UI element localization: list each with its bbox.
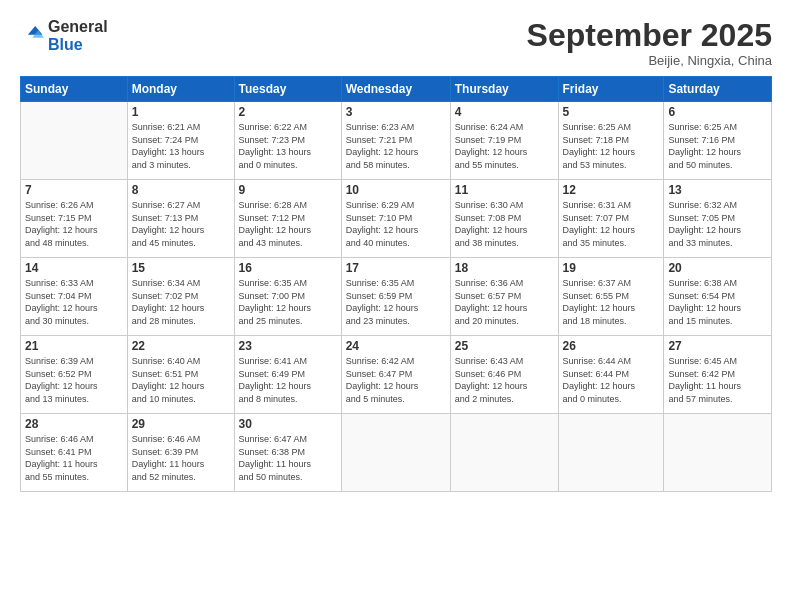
day-cell xyxy=(450,414,558,492)
week-row-1: 1Sunrise: 6:21 AM Sunset: 7:24 PM Daylig… xyxy=(21,102,772,180)
week-row-3: 14Sunrise: 6:33 AM Sunset: 7:04 PM Dayli… xyxy=(21,258,772,336)
day-number: 1 xyxy=(132,105,230,119)
day-info: Sunrise: 6:37 AM Sunset: 6:55 PM Dayligh… xyxy=(563,277,660,327)
header: General Blue September 2025 Beijie, Ning… xyxy=(20,18,772,68)
weekday-friday: Friday xyxy=(558,77,664,102)
day-number: 2 xyxy=(239,105,337,119)
day-info: Sunrise: 6:28 AM Sunset: 7:12 PM Dayligh… xyxy=(239,199,337,249)
day-cell: 1Sunrise: 6:21 AM Sunset: 7:24 PM Daylig… xyxy=(127,102,234,180)
weekday-monday: Monday xyxy=(127,77,234,102)
day-cell: 22Sunrise: 6:40 AM Sunset: 6:51 PM Dayli… xyxy=(127,336,234,414)
day-cell: 29Sunrise: 6:46 AM Sunset: 6:39 PM Dayli… xyxy=(127,414,234,492)
day-cell xyxy=(558,414,664,492)
day-number: 8 xyxy=(132,183,230,197)
day-cell xyxy=(664,414,772,492)
day-cell xyxy=(341,414,450,492)
day-info: Sunrise: 6:30 AM Sunset: 7:08 PM Dayligh… xyxy=(455,199,554,249)
weekday-tuesday: Tuesday xyxy=(234,77,341,102)
day-number: 23 xyxy=(239,339,337,353)
day-info: Sunrise: 6:39 AM Sunset: 6:52 PM Dayligh… xyxy=(25,355,123,405)
day-number: 22 xyxy=(132,339,230,353)
day-number: 17 xyxy=(346,261,446,275)
day-number: 19 xyxy=(563,261,660,275)
day-cell: 10Sunrise: 6:29 AM Sunset: 7:10 PM Dayli… xyxy=(341,180,450,258)
day-info: Sunrise: 6:47 AM Sunset: 6:38 PM Dayligh… xyxy=(239,433,337,483)
week-row-4: 21Sunrise: 6:39 AM Sunset: 6:52 PM Dayli… xyxy=(21,336,772,414)
day-cell xyxy=(21,102,128,180)
day-info: Sunrise: 6:35 AM Sunset: 6:59 PM Dayligh… xyxy=(346,277,446,327)
day-info: Sunrise: 6:22 AM Sunset: 7:23 PM Dayligh… xyxy=(239,121,337,171)
day-cell: 9Sunrise: 6:28 AM Sunset: 7:12 PM Daylig… xyxy=(234,180,341,258)
location-subtitle: Beijie, Ningxia, China xyxy=(527,53,772,68)
day-number: 16 xyxy=(239,261,337,275)
day-info: Sunrise: 6:25 AM Sunset: 7:16 PM Dayligh… xyxy=(668,121,767,171)
day-number: 5 xyxy=(563,105,660,119)
day-cell: 7Sunrise: 6:26 AM Sunset: 7:15 PM Daylig… xyxy=(21,180,128,258)
day-number: 15 xyxy=(132,261,230,275)
weekday-header-row: SundayMondayTuesdayWednesdayThursdayFrid… xyxy=(21,77,772,102)
day-number: 21 xyxy=(25,339,123,353)
day-number: 29 xyxy=(132,417,230,431)
day-info: Sunrise: 6:41 AM Sunset: 6:49 PM Dayligh… xyxy=(239,355,337,405)
day-cell: 27Sunrise: 6:45 AM Sunset: 6:42 PM Dayli… xyxy=(664,336,772,414)
day-info: Sunrise: 6:31 AM Sunset: 7:07 PM Dayligh… xyxy=(563,199,660,249)
day-cell: 20Sunrise: 6:38 AM Sunset: 6:54 PM Dayli… xyxy=(664,258,772,336)
day-cell: 14Sunrise: 6:33 AM Sunset: 7:04 PM Dayli… xyxy=(21,258,128,336)
day-number: 3 xyxy=(346,105,446,119)
day-cell: 24Sunrise: 6:42 AM Sunset: 6:47 PM Dayli… xyxy=(341,336,450,414)
day-cell: 15Sunrise: 6:34 AM Sunset: 7:02 PM Dayli… xyxy=(127,258,234,336)
day-info: Sunrise: 6:40 AM Sunset: 6:51 PM Dayligh… xyxy=(132,355,230,405)
day-number: 13 xyxy=(668,183,767,197)
day-number: 6 xyxy=(668,105,767,119)
day-info: Sunrise: 6:32 AM Sunset: 7:05 PM Dayligh… xyxy=(668,199,767,249)
day-cell: 3Sunrise: 6:23 AM Sunset: 7:21 PM Daylig… xyxy=(341,102,450,180)
calendar-table: SundayMondayTuesdayWednesdayThursdayFrid… xyxy=(20,76,772,492)
day-info: Sunrise: 6:33 AM Sunset: 7:04 PM Dayligh… xyxy=(25,277,123,327)
weekday-wednesday: Wednesday xyxy=(341,77,450,102)
day-number: 18 xyxy=(455,261,554,275)
logo-blue-text: Blue xyxy=(48,36,83,53)
day-number: 26 xyxy=(563,339,660,353)
day-info: Sunrise: 6:46 AM Sunset: 6:41 PM Dayligh… xyxy=(25,433,123,483)
day-cell: 18Sunrise: 6:36 AM Sunset: 6:57 PM Dayli… xyxy=(450,258,558,336)
day-number: 11 xyxy=(455,183,554,197)
day-number: 24 xyxy=(346,339,446,353)
day-cell: 30Sunrise: 6:47 AM Sunset: 6:38 PM Dayli… xyxy=(234,414,341,492)
day-number: 20 xyxy=(668,261,767,275)
day-info: Sunrise: 6:25 AM Sunset: 7:18 PM Dayligh… xyxy=(563,121,660,171)
day-cell: 17Sunrise: 6:35 AM Sunset: 6:59 PM Dayli… xyxy=(341,258,450,336)
day-number: 12 xyxy=(563,183,660,197)
day-info: Sunrise: 6:26 AM Sunset: 7:15 PM Dayligh… xyxy=(25,199,123,249)
day-info: Sunrise: 6:44 AM Sunset: 6:44 PM Dayligh… xyxy=(563,355,660,405)
day-info: Sunrise: 6:27 AM Sunset: 7:13 PM Dayligh… xyxy=(132,199,230,249)
logo-general-text: General xyxy=(48,18,108,36)
day-info: Sunrise: 6:38 AM Sunset: 6:54 PM Dayligh… xyxy=(668,277,767,327)
day-cell: 13Sunrise: 6:32 AM Sunset: 7:05 PM Dayli… xyxy=(664,180,772,258)
day-info: Sunrise: 6:42 AM Sunset: 6:47 PM Dayligh… xyxy=(346,355,446,405)
day-info: Sunrise: 6:35 AM Sunset: 7:00 PM Dayligh… xyxy=(239,277,337,327)
logo-icon xyxy=(22,23,44,45)
day-info: Sunrise: 6:34 AM Sunset: 7:02 PM Dayligh… xyxy=(132,277,230,327)
week-row-2: 7Sunrise: 6:26 AM Sunset: 7:15 PM Daylig… xyxy=(21,180,772,258)
day-number: 28 xyxy=(25,417,123,431)
day-cell: 23Sunrise: 6:41 AM Sunset: 6:49 PM Dayli… xyxy=(234,336,341,414)
weekday-thursday: Thursday xyxy=(450,77,558,102)
day-cell: 26Sunrise: 6:44 AM Sunset: 6:44 PM Dayli… xyxy=(558,336,664,414)
month-title: September 2025 xyxy=(527,18,772,53)
day-number: 14 xyxy=(25,261,123,275)
day-info: Sunrise: 6:23 AM Sunset: 7:21 PM Dayligh… xyxy=(346,121,446,171)
day-number: 10 xyxy=(346,183,446,197)
day-cell: 5Sunrise: 6:25 AM Sunset: 7:18 PM Daylig… xyxy=(558,102,664,180)
day-cell: 4Sunrise: 6:24 AM Sunset: 7:19 PM Daylig… xyxy=(450,102,558,180)
day-info: Sunrise: 6:21 AM Sunset: 7:24 PM Dayligh… xyxy=(132,121,230,171)
day-cell: 21Sunrise: 6:39 AM Sunset: 6:52 PM Dayli… xyxy=(21,336,128,414)
day-cell: 19Sunrise: 6:37 AM Sunset: 6:55 PM Dayli… xyxy=(558,258,664,336)
title-block: September 2025 Beijie, Ningxia, China xyxy=(527,18,772,68)
week-row-5: 28Sunrise: 6:46 AM Sunset: 6:41 PM Dayli… xyxy=(21,414,772,492)
day-cell: 16Sunrise: 6:35 AM Sunset: 7:00 PM Dayli… xyxy=(234,258,341,336)
day-cell: 8Sunrise: 6:27 AM Sunset: 7:13 PM Daylig… xyxy=(127,180,234,258)
day-number: 4 xyxy=(455,105,554,119)
day-cell: 2Sunrise: 6:22 AM Sunset: 7:23 PM Daylig… xyxy=(234,102,341,180)
day-cell: 6Sunrise: 6:25 AM Sunset: 7:16 PM Daylig… xyxy=(664,102,772,180)
day-info: Sunrise: 6:45 AM Sunset: 6:42 PM Dayligh… xyxy=(668,355,767,405)
